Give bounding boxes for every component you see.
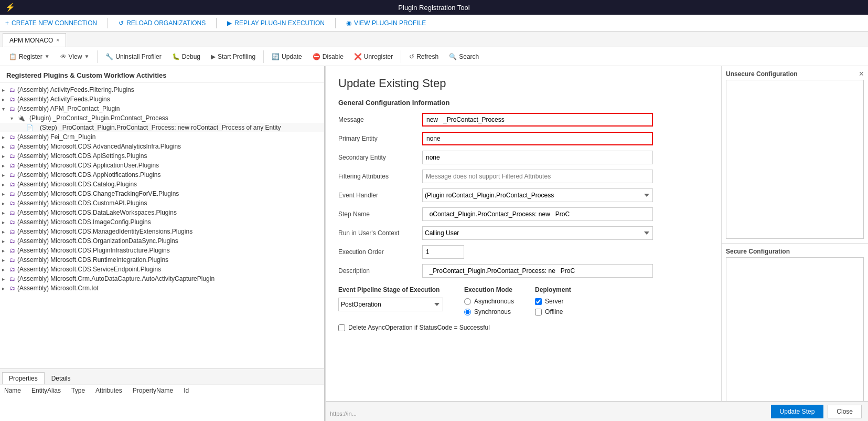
menu-create-connection[interactable]: + CREATE NEW CONNECTION <box>5 19 97 27</box>
register-button[interactable]: 📋 Register ▼ <box>4 50 55 63</box>
tree-item[interactable]: ▾🔌(Plugin) _ProContact_Plugin.ProContact… <box>0 113 324 123</box>
pipeline-col: Event Pipeline Stage of Execution PreVal… <box>338 286 443 311</box>
tree-container[interactable]: ▸🗂(Assembly) ActivityFeeds.Filtering.Plu… <box>0 83 324 369</box>
message-input[interactable] <box>422 113 653 127</box>
refresh-button[interactable]: ↺ Refresh <box>404 50 443 63</box>
event-handler-select[interactable]: (Plugin roContact_Plugin.ProContact_Proc… <box>422 188 653 202</box>
tree-item[interactable]: ▸🗂(Assembly) Microsoft.CDS.CustomAPI.Plu… <box>0 198 324 208</box>
menu-separator-2 <box>216 18 217 28</box>
tree-arrow-icon: ▸ <box>2 191 9 197</box>
tree-item[interactable]: ▸🗂(Assembly) Microsoft.CDS.PluginInfrast… <box>0 246 324 255</box>
tree-item[interactable]: ▸🗂(Assembly) Microsoft.CDS.Catalog.Plugi… <box>0 180 324 189</box>
description-field-wrapper <box>422 264 653 278</box>
column-header: Id <box>184 387 189 394</box>
primary-entity-input[interactable] <box>422 132 653 145</box>
tree-item[interactable]: ▸🗂(Assembly) Microsoft.CDS.AdvancedAnaly… <box>0 142 324 151</box>
offline-checkbox[interactable] <box>535 309 542 315</box>
event-handler-field-wrapper: (Plugin roContact_Plugin.ProContact_Proc… <box>422 188 653 202</box>
tree-item[interactable]: ▸🗂(Assembly) Microsoft.CDS.AppNotificati… <box>0 170 324 180</box>
secondary-entity-input[interactable] <box>422 151 653 164</box>
column-header: Name <box>4 387 21 394</box>
unregister-button[interactable]: ❌ Unregister <box>349 50 398 63</box>
step-name-input[interactable] <box>422 207 653 221</box>
url-hint: https://in... <box>330 411 357 417</box>
tree-item[interactable]: ▸🗂(Assembly) Microsoft.CDS.ServiceEndpoi… <box>0 265 324 274</box>
tab-bar: APM MONACO × <box>0 31 868 47</box>
tree-item[interactable]: ▸🗂(Assembly) ActivityFeeds.Plugins <box>0 94 324 104</box>
tree-item[interactable]: ▸🗂(Assembly) Microsoft.CDS.ImageConfig.P… <box>0 217 324 227</box>
disable-button[interactable]: ⛔ Disable <box>308 50 348 63</box>
assembly-icon: 🗂 <box>9 257 15 263</box>
menu-reload-orgs[interactable]: ↺ RELOAD ORGANIZATIONS <box>119 19 206 27</box>
close-dialog-button[interactable]: Close <box>828 405 862 418</box>
app-icon: ⚡ <box>5 3 15 12</box>
sync-radio[interactable] <box>464 309 471 315</box>
filtering-attributes-input[interactable] <box>422 170 653 183</box>
menu-view-profile[interactable]: ◉ VIEW PLUG-IN PROFILE <box>346 19 426 27</box>
tree-item[interactable]: ▸🗂(Assembly) ActivityFeeds.Filtering.Plu… <box>0 85 324 94</box>
tree-item[interactable]: ▸🗂(Assembly) Microsoft.Crm.Iot <box>0 283 324 293</box>
debug-button[interactable]: 🐛 Debug <box>167 50 205 63</box>
update-step-button[interactable]: Update Step <box>771 405 824 418</box>
sync-radio-item[interactable]: Synchronous <box>464 308 514 315</box>
tree-item[interactable]: 📄(Step) _ProContact_Plugin.ProContact_Pr… <box>0 123 324 132</box>
toolbar-sep-3 <box>401 50 401 63</box>
assembly-icon: 🗂 <box>9 266 15 272</box>
tree-item[interactable]: ▾🗂(Assembly) APM_ProContact_Plugin <box>0 104 324 113</box>
async-radio[interactable] <box>464 298 471 305</box>
tree-label: (Assembly) Microsoft.CDS.ImageConfig.Plu… <box>17 218 151 226</box>
tree-arrow-icon: ▾ <box>10 115 18 121</box>
assembly-icon: 🗂 <box>9 106 15 112</box>
menu-bar: + CREATE NEW CONNECTION ↺ RELOAD ORGANIZ… <box>0 15 868 31</box>
uninstall-profiler-button[interactable]: 🔧 Uninstall Profiler <box>101 50 166 63</box>
offline-checkbox-item[interactable]: Offline <box>535 308 571 315</box>
tree-label: (Assembly) Microsoft.Crm.Iot <box>17 285 99 292</box>
tab-apm-monaco[interactable]: APM MONACO × <box>3 33 66 47</box>
secure-config-panel: Secure Configuration <box>722 244 868 421</box>
tree-arrow-icon: ▸ <box>2 163 9 169</box>
update-button[interactable]: 🔄 Update <box>267 50 307 63</box>
unsecure-config-textarea[interactable] <box>726 80 864 239</box>
execution-order-input[interactable] <box>422 245 464 259</box>
secure-config-textarea[interactable] <box>726 257 864 416</box>
dialog-close-button[interactable]: × <box>859 69 864 79</box>
tree-item[interactable]: ▸🗂(Assembly) Microsoft.CDS.DataLakeWorks… <box>0 208 324 217</box>
tree-item[interactable]: ▸🗂(Assembly) Fei_Crm_Plugin <box>0 132 324 142</box>
description-input[interactable] <box>422 264 653 278</box>
menu-replay-plugin[interactable]: ▶ REPLAY PLUG-IN EXECUTION <box>227 19 325 27</box>
bottom-tab-bar: Properties Details <box>0 369 324 384</box>
tab-close-button[interactable]: × <box>56 37 59 43</box>
tree-label: (Assembly) Microsoft.CDS.RuntimeIntegrat… <box>17 256 168 264</box>
tree-arrow-icon: ▸ <box>2 219 9 225</box>
tree-item[interactable]: ▸🗂(Assembly) Microsoft.CDS.ApplicationUs… <box>0 161 324 170</box>
primary-entity-label: Primary Entity <box>338 135 422 142</box>
column-header: PropertyName <box>133 387 173 394</box>
server-checkbox[interactable] <box>535 298 542 305</box>
delete-async-checkbox[interactable] <box>338 324 345 331</box>
bottom-tab-properties[interactable]: Properties <box>2 372 45 384</box>
tree-item[interactable]: ▸🗂(Assembly) Microsoft.CDS.RuntimeIntegr… <box>0 255 324 265</box>
deployment-group: Server Offline <box>535 298 571 315</box>
debug-icon: 🐛 <box>172 53 180 60</box>
assembly-icon: 🗂 <box>9 162 15 169</box>
bottom-tab-details[interactable]: Details <box>45 372 78 384</box>
run-context-select[interactable]: Calling User System <box>422 226 653 240</box>
async-radio-item[interactable]: Asynchronous <box>464 298 514 305</box>
tree-item[interactable]: ▸🗂(Assembly) Microsoft.CDS.OrganizationD… <box>0 236 324 246</box>
pipeline-select[interactable]: PreValidation PreOperation PostOperation <box>338 298 443 311</box>
view-button[interactable]: 👁 View ▼ <box>56 50 94 63</box>
tree-arrow-icon: ▸ <box>2 97 9 102</box>
secure-config-title: Secure Configuration <box>726 248 864 255</box>
unsecure-config-panel: Unsecure Configuration <box>722 66 868 244</box>
search-button[interactable]: 🔍 Search <box>444 50 484 63</box>
tree-label: (Assembly) Microsoft.CDS.AppNotification… <box>17 171 160 178</box>
execution-order-field-wrapper <box>422 245 653 259</box>
server-checkbox-item[interactable]: Server <box>535 298 571 305</box>
tree-item[interactable]: ▸🗂(Assembly) Microsoft.CDS.ManagedIdenti… <box>0 227 324 236</box>
tree-item[interactable]: ▸🗂(Assembly) Microsoft.Crm.AutoDataCaptu… <box>0 274 324 283</box>
start-profiling-button[interactable]: ▶ Start Profiling <box>206 50 260 63</box>
tree-item[interactable]: ▸🗂(Assembly) Microsoft.CDS.ChangeTrackin… <box>0 189 324 198</box>
execution-mode-group: Asynchronous Synchronous <box>464 298 514 315</box>
message-label: Message <box>338 116 422 123</box>
tree-item[interactable]: ▸🗂(Assembly) Microsoft.CDS.ApiSettings.P… <box>0 151 324 161</box>
